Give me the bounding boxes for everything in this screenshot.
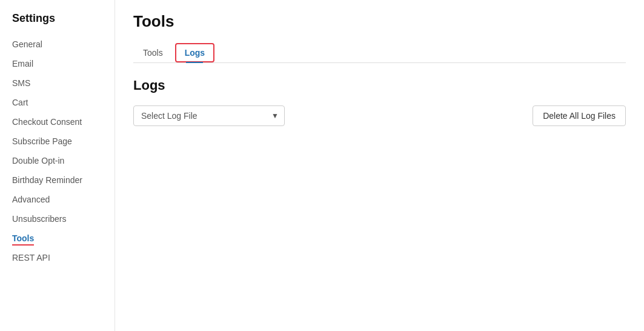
log-file-select[interactable]: Select Log File [133,105,285,126]
page-title: Tools [133,12,626,31]
section-title: Logs [133,78,626,93]
sidebar: Settings GeneralEmailSMSCartCheckout Con… [0,0,115,331]
delete-all-logs-button[interactable]: Delete All Log Files [533,105,626,126]
sidebar-item-rest-api[interactable]: REST API [0,248,115,267]
sidebar-item-email[interactable]: Email [0,54,115,73]
sidebar-item-tools[interactable]: Tools [0,229,115,248]
sidebar-item-checkout-consent[interactable]: Checkout Consent [0,112,115,132]
sidebar-item-sms[interactable]: SMS [0,73,115,93]
tab-logs[interactable]: Logs [175,43,214,62]
main-content: Tools ToolsLogs Logs Select Log File ▼ D… [115,0,644,331]
sidebar-item-cart[interactable]: Cart [0,93,115,112]
sidebar-item-general[interactable]: General [0,35,115,54]
tab-tools[interactable]: Tools [133,43,173,62]
sidebar-item-subscribe-page[interactable]: Subscribe Page [0,132,115,151]
sidebar-item-double-opt-in[interactable]: Double Opt-in [0,151,115,170]
sidebar-title: Settings [0,12,115,35]
sidebar-item-birthday-reminder[interactable]: Birthday Reminder [0,170,115,190]
log-file-select-wrapper: Select Log File ▼ [133,105,285,126]
sidebar-item-unsubscribers[interactable]: Unsubscribers [0,209,115,229]
logs-row: Select Log File ▼ Delete All Log Files [133,105,626,126]
sidebar-item-advanced[interactable]: Advanced [0,190,115,209]
tabs-bar: ToolsLogs [133,43,626,63]
